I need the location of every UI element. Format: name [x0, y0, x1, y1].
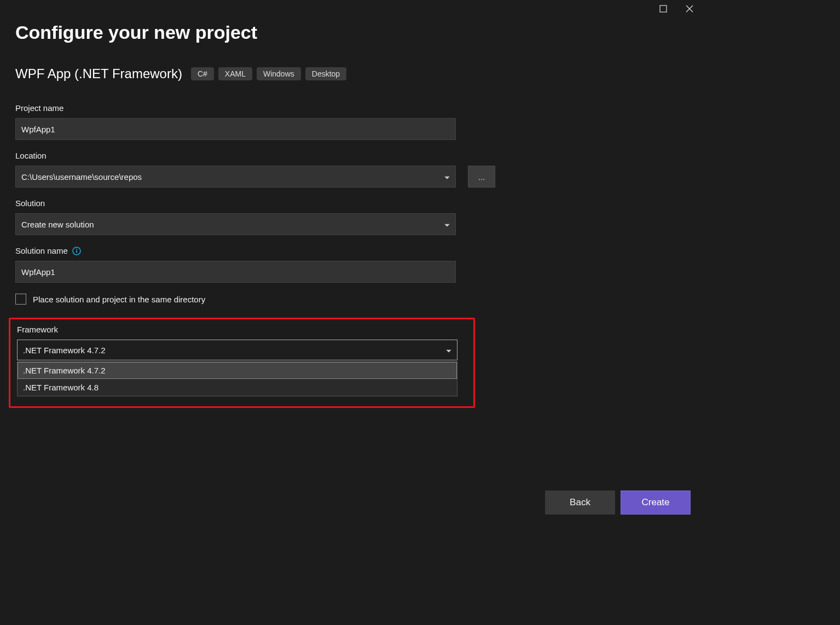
solution-combo[interactable]: Create new solution — [15, 213, 456, 235]
close-button[interactable] — [684, 3, 695, 14]
tag-desktop: Desktop — [305, 67, 346, 80]
framework-dropdown: .NET Framework 4.7.2 .NET Framework 4.8 — [17, 361, 457, 396]
svg-rect-5 — [76, 250, 77, 253]
back-button[interactable]: Back — [545, 490, 615, 515]
close-icon — [686, 5, 693, 13]
location-combo[interactable]: C:\Users\username\source\repos — [15, 166, 456, 188]
page-title: Configure your new project — [15, 22, 685, 43]
framework-label: Framework — [17, 325, 467, 334]
svg-point-4 — [76, 248, 77, 249]
project-name-label: Project name — [15, 103, 685, 113]
framework-value: .NET Framework 4.7.2 — [23, 346, 106, 355]
maximize-icon — [659, 5, 667, 13]
framework-section-highlight: Framework .NET Framework 4.7.2 .NET Fram… — [9, 318, 475, 408]
chevron-down-icon — [444, 220, 450, 229]
chevron-down-icon — [444, 172, 450, 182]
svg-rect-0 — [660, 5, 667, 12]
info-icon[interactable] — [72, 247, 81, 255]
template-name: WPF App (.NET Framework) — [15, 66, 182, 81]
framework-option-48[interactable]: .NET Framework 4.8 — [18, 379, 457, 396]
template-tags: C# XAML Windows Desktop — [191, 67, 346, 80]
framework-combo[interactable]: .NET Framework 4.7.2 — [17, 340, 457, 360]
same-directory-label: Place solution and project in the same d… — [33, 295, 205, 304]
tag-csharp: C# — [191, 67, 214, 80]
chevron-down-icon — [446, 346, 451, 355]
tag-xaml: XAML — [218, 67, 252, 80]
same-directory-checkbox[interactable] — [15, 294, 26, 305]
solution-name-label: Solution name — [15, 246, 685, 255]
project-name-input[interactable] — [15, 118, 456, 140]
framework-option-472[interactable]: .NET Framework 4.7.2 — [18, 362, 457, 379]
template-header: WPF App (.NET Framework) C# XAML Windows… — [15, 66, 685, 81]
maximize-button[interactable] — [658, 3, 669, 14]
tag-windows: Windows — [257, 67, 301, 80]
solution-label: Solution — [15, 198, 685, 208]
create-button[interactable]: Create — [621, 490, 691, 515]
solution-name-input[interactable] — [15, 261, 456, 283]
location-label: Location — [15, 151, 685, 160]
browse-button[interactable]: ... — [468, 166, 495, 188]
solution-value: Create new solution — [21, 220, 94, 229]
location-value: C:\Users\username\source\repos — [21, 172, 142, 182]
